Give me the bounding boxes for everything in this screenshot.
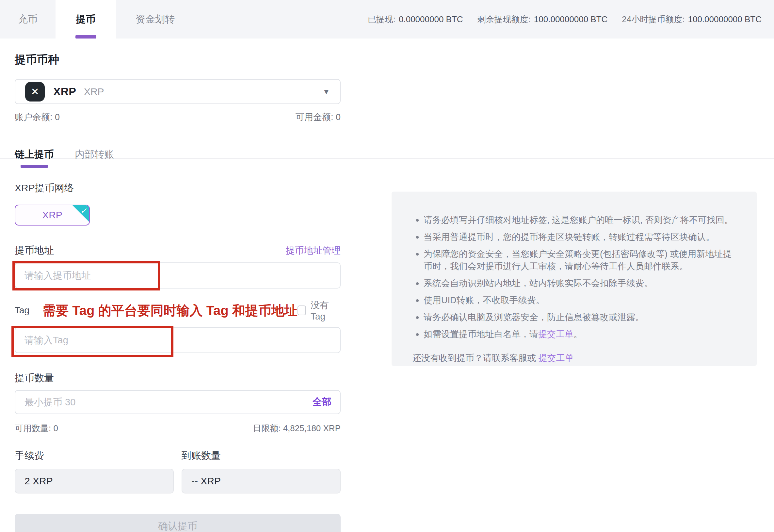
tab-withdraw[interactable]: 提币 xyxy=(55,0,116,39)
stat-24h-quota: 24小时提币额度: 100.00000000 BTC xyxy=(622,14,762,25)
balance-row: 账户余额: 0 可用金额: 0 xyxy=(15,111,340,123)
submit-ticket-link[interactable]: 提交工单 xyxy=(538,329,574,339)
withdraw-quota-stats: 已提现: 0.00000000 BTC 剩余提现额度: 100.00000000… xyxy=(368,0,774,39)
notice-item: 使用UID转账，不收取手续费。 xyxy=(424,294,736,306)
amount-label: 提币数量 xyxy=(15,371,54,385)
panel-footer: 还没有收到提币？请联系客服或 提交工单 xyxy=(413,352,736,364)
address-label: 提币地址 xyxy=(15,244,54,257)
receive-label: 到账数量 xyxy=(182,450,221,461)
network-label: XRP提币网络 xyxy=(15,181,340,195)
address-input[interactable] xyxy=(15,262,340,289)
check-icon: ✓ xyxy=(80,206,87,215)
xrp-coin-icon: ✕ xyxy=(25,82,45,102)
no-tag-label: 没有 Tag xyxy=(310,299,340,322)
tab-fund-transfer-label: 资金划转 xyxy=(135,13,175,26)
address-field-head: 提币地址 提币地址管理 xyxy=(15,244,340,257)
footer-submit-ticket-link[interactable]: 提交工单 xyxy=(539,353,574,363)
notice-item-whitelist: 如需设置提币地址白名单，请提交工单。 xyxy=(424,328,736,340)
notice-item: 请务必填写并仔细核对地址标签, 这是您账户的唯一标识, 否则资产将不可找回。 xyxy=(424,214,736,226)
fee-column: 手续费 2 XRP xyxy=(15,449,174,493)
currency-selector[interactable]: ✕ XRP XRP ▼ xyxy=(15,79,340,104)
account-balance: 账户余额: 0 xyxy=(15,111,60,123)
tag-field-head: Tag 需要 Tag 的平台要同时输入 Tag 和提币地址 没有 Tag xyxy=(15,299,340,322)
tab-deposit-label: 充币 xyxy=(18,13,38,26)
confirm-withdraw-button[interactable]: 确认提币 xyxy=(15,514,340,532)
address-input-wrap xyxy=(15,262,340,289)
currency-symbol: XRP xyxy=(53,85,76,98)
fee-value: 2 XRP xyxy=(15,469,174,493)
amount-field-head: 提币数量 xyxy=(15,371,340,385)
all-button[interactable]: 全部 xyxy=(312,396,331,409)
stat-withdrawn: 已提现: 0.00000000 BTC xyxy=(368,14,463,25)
tab-deposit[interactable]: 充币 xyxy=(0,0,55,39)
notice-item: 为保障您的资金安全，当您账户安全策略变更(包括密码修改等) 或使用新地址提币时，… xyxy=(424,248,736,273)
notice-list: 请务必填写并仔细核对地址标签, 这是您账户的唯一标识, 否则资产将不可找回。 当… xyxy=(413,214,736,340)
address-manage-link[interactable]: 提币地址管理 xyxy=(286,244,340,257)
onchain-tab-underline xyxy=(21,165,48,168)
notice-panel: 请务必填写并仔细核对地址标签, 这是您账户的唯一标识, 否则资产将不可找回。 当… xyxy=(392,192,757,366)
network-chip-xrp[interactable]: XRP ✓ xyxy=(15,205,90,226)
notice-item: 当采用普通提币时，您的提币将走区块链转账，转账过程需等待区块确认。 xyxy=(424,231,736,243)
available-amount: 可用金额: 0 xyxy=(295,111,340,123)
tab-onchain-withdraw[interactable]: 链上提币 xyxy=(15,148,54,168)
tab-withdraw-label: 提币 xyxy=(76,13,96,26)
fee-label: 手续费 xyxy=(15,450,44,461)
tag-input[interactable] xyxy=(15,327,340,353)
tag-input-wrap xyxy=(15,327,340,353)
stat-remaining-quota: 剩余提现额度: 100.00000000 BTC xyxy=(478,14,608,25)
chevron-down-icon: ▼ xyxy=(322,88,330,96)
available-quantity: 可用数量: 0 xyxy=(15,423,58,434)
daily-limit: 日限额: 4,825,180 XRP xyxy=(253,423,340,434)
withdraw-form: 提币币种 ✕ XRP XRP ▼ 账户余额: 0 可用金额: 0 链上提币 内部… xyxy=(15,39,340,532)
active-tab-underline xyxy=(75,35,96,39)
amount-input[interactable] xyxy=(15,390,340,414)
tab-fund-transfer[interactable]: 资金划转 xyxy=(116,0,194,39)
receive-value: -- XRP xyxy=(182,469,340,493)
no-tag-option[interactable]: 没有 Tag xyxy=(297,299,340,322)
fee-row: 手续费 2 XRP 到账数量 -- XRP xyxy=(15,449,340,493)
method-tabs: 链上提币 内部转账 xyxy=(15,148,340,168)
tag-label: Tag xyxy=(15,305,29,316)
currency-name: XRP xyxy=(84,86,104,97)
no-tag-checkbox[interactable] xyxy=(297,305,306,315)
tab-internal-transfer[interactable]: 内部转账 xyxy=(75,148,114,168)
amount-input-wrap: 全部 xyxy=(15,390,340,414)
section-title-currency: 提币币种 xyxy=(15,53,340,66)
limits-row: 可用数量: 0 日限额: 4,825,180 XRP xyxy=(15,423,340,434)
notice-item: 系统会自动识别站内地址，站内转账实际不会扣除手续费。 xyxy=(424,277,736,289)
notice-item: 请务必确认电脑及浏览器安全，防止信息被篡改或泄露。 xyxy=(424,311,736,323)
tag-annotation-text: 需要 Tag 的平台要同时输入 Tag 和提币地址 xyxy=(42,303,297,318)
receive-column: 到账数量 -- XRP xyxy=(182,449,340,493)
top-tab-bar: 充币 提币 资金划转 已提现: 0.00000000 BTC 剩余提现额度: 1… xyxy=(0,0,774,39)
network-chip-label: XRP xyxy=(42,210,62,221)
